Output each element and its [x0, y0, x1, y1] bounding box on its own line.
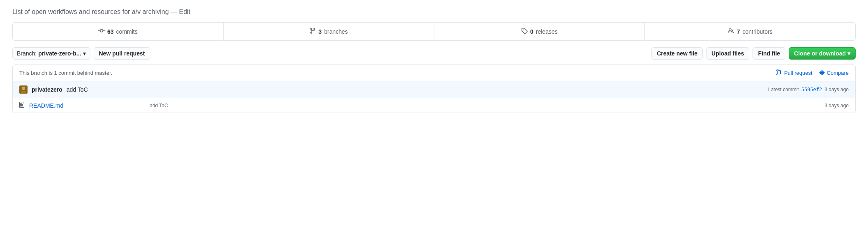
- branch-selector-name: private-zero-b...: [38, 50, 81, 57]
- commit-icon: [98, 28, 105, 35]
- chevron-down-icon: ▾: [83, 50, 86, 57]
- commits-count: 63: [107, 28, 114, 35]
- info-bar-actions: Pull request Compare: [776, 69, 849, 77]
- commit-age: 3 days ago: [824, 87, 849, 92]
- file-age: 3 days ago: [824, 103, 849, 108]
- file-row: README.md add ToC 3 days ago: [12, 98, 856, 113]
- stat-releases[interactable]: 0 releases: [434, 23, 645, 40]
- branches-count: 3: [319, 28, 322, 35]
- branches-label: branches: [324, 28, 348, 35]
- commit-author[interactable]: privatezero: [32, 86, 62, 93]
- tag-icon: [521, 28, 528, 35]
- compare-label: Compare: [827, 70, 849, 76]
- create-new-file-button[interactable]: Create new file: [651, 47, 703, 60]
- pull-request-link[interactable]: Pull request: [776, 69, 813, 77]
- contributors-label: contributors: [742, 28, 772, 35]
- contributors-icon: [728, 28, 734, 35]
- find-file-button[interactable]: Find file: [753, 47, 785, 60]
- description-text: List of open workflows and resources for…: [12, 8, 190, 15]
- stat-contributors[interactable]: 7 contributors: [645, 23, 855, 40]
- compare-link[interactable]: Compare: [819, 69, 849, 77]
- toolbar: Branch: private-zero-b... ▾ New pull req…: [12, 47, 856, 60]
- pull-request-icon: [776, 69, 782, 77]
- new-pull-request-button[interactable]: New pull request: [94, 47, 150, 60]
- commit-meta: Latest commit 5595ef2 3 days ago: [768, 87, 849, 92]
- toolbar-right: Create new file Upload files Find file C…: [651, 47, 856, 60]
- releases-label: releases: [536, 28, 558, 35]
- upload-files-button[interactable]: Upload files: [706, 47, 749, 60]
- commits-label: commits: [116, 28, 138, 35]
- readme-link[interactable]: README.md: [29, 102, 63, 109]
- latest-commit-label: Latest commit: [768, 87, 799, 92]
- stat-branches[interactable]: 3 branches: [224, 23, 434, 40]
- avatar-image: [19, 85, 28, 94]
- toolbar-left: Branch: private-zero-b... ▾ New pull req…: [12, 47, 150, 60]
- avatar: [19, 85, 28, 94]
- commit-row: privatezero add ToC Latest commit 5595ef…: [12, 81, 856, 98]
- branch-icon: [309, 28, 316, 35]
- branch-selector-label: Branch:: [17, 50, 37, 57]
- commit-sha-link[interactable]: 5595ef2: [801, 87, 822, 92]
- behind-master-message: This branch is 1 commit behind master.: [19, 70, 112, 76]
- contributors-count: 7: [737, 28, 740, 35]
- file-commit-message: add ToC: [150, 103, 168, 108]
- stat-commits[interactable]: 63 commits: [13, 23, 224, 40]
- info-bar: This branch is 1 commit behind master. P…: [12, 65, 856, 81]
- clone-or-download-button[interactable]: Clone or download ▾: [789, 47, 856, 60]
- branch-selector[interactable]: Branch: private-zero-b... ▾: [12, 47, 90, 60]
- stats-bar: 63 commits 3 branches 0 releases 7 contr…: [12, 22, 856, 41]
- page-description: List of open workflows and resources for…: [12, 8, 856, 16]
- file-icon: [19, 101, 25, 109]
- compare-icon: [819, 69, 825, 77]
- svg-point-1: [22, 87, 25, 90]
- releases-count: 0: [530, 28, 533, 35]
- commit-message: add ToC: [67, 86, 88, 93]
- pull-request-label: Pull request: [784, 70, 813, 76]
